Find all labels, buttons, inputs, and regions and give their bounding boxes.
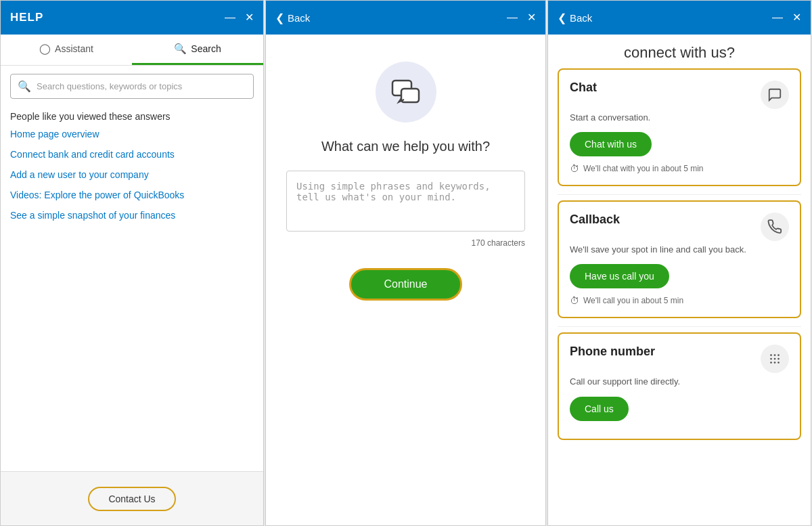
back-button[interactable]: ❮ Back — [275, 12, 310, 24]
chat-with-us-button[interactable]: Chat with us — [570, 132, 652, 156]
connect-panel: ❮ Back — ✕ connect with us? Chat Start a… — [547, 0, 811, 526]
form-close-icon[interactable]: ✕ — [527, 12, 536, 23]
have-us-call-you-button[interactable]: Have us call you — [570, 264, 669, 288]
svg-point-3 — [774, 355, 776, 357]
svg-point-10 — [777, 362, 780, 364]
search-icon: 🔍 — [18, 80, 31, 93]
connect-title: connect with us? — [548, 35, 811, 68]
connect-header-actions: — ✕ — [772, 12, 801, 23]
link-item-1[interactable]: Home page overview — [10, 129, 254, 139]
link-item-5[interactable]: See a simple snapshot of your finances — [10, 210, 254, 221]
callback-option-desc: We'll save your spot in line and call yo… — [570, 244, 789, 256]
call-us-button[interactable]: Call us — [570, 397, 629, 421]
connect-minimize-icon[interactable]: — — [772, 12, 783, 23]
contact-options: Chat Start a conversation. Chat with us … — [548, 68, 811, 525]
link-item-4[interactable]: Videos: Explore the power of QuickBooks — [10, 190, 254, 200]
connect-back-label: Back — [570, 12, 592, 24]
textarea-wrapper — [286, 171, 525, 234]
connect-back-arrow-icon: ❮ — [558, 12, 566, 24]
tab-assistant[interactable]: ◯ Assistant — [1, 35, 132, 65]
help-question-text: What can we help you with? — [321, 139, 490, 154]
help-panel-title: HELP — [10, 11, 43, 24]
minimize-icon[interactable]: — — [225, 12, 235, 23]
chat-option-header: Chat — [570, 81, 789, 109]
svg-point-9 — [774, 362, 776, 364]
chat-illustration — [376, 62, 436, 123]
search-input[interactable] — [37, 81, 246, 91]
help-form-panel: ❮ Back — ✕ What can we help you with? 17… — [265, 0, 546, 526]
help-tabs: ◯ Assistant 🔍 Search — [1, 35, 263, 66]
contact-us-button[interactable]: Contact Us — [88, 487, 175, 511]
form-panel-body: What can we help you with? 170 character… — [266, 35, 545, 525]
connect-back-button[interactable]: ❮ Back — [558, 12, 592, 24]
divider-2 — [558, 326, 801, 327]
search-box: 🔍 — [10, 74, 254, 99]
divider-1 — [558, 194, 801, 195]
callback-wait-time: ⏱ We'll call you in about 5 min — [570, 295, 789, 306]
continue-button[interactable]: Continue — [349, 268, 461, 301]
callback-option-icon — [761, 213, 789, 241]
svg-point-2 — [770, 355, 772, 357]
chat-option-desc: Start a conversation. — [570, 112, 789, 124]
section-title: People like you viewed these answers — [1, 107, 263, 129]
link-list: Home page overview Connect bank and cred… — [1, 129, 263, 471]
help-panel: HELP — ✕ ◯ Assistant 🔍 Search 🔍 People l… — [0, 0, 264, 526]
help-textarea[interactable] — [286, 171, 525, 232]
svg-point-4 — [777, 355, 780, 357]
connect-panel-header: ❮ Back — ✕ — [548, 1, 811, 35]
phone-option-title: Phone number — [570, 345, 655, 359]
back-label: Back — [288, 12, 310, 24]
chat-svg-icon — [389, 75, 423, 109]
phone-option-icon — [761, 345, 789, 373]
search-tab-icon: 🔍 — [174, 43, 187, 55]
svg-point-5 — [770, 358, 772, 360]
chat-option-icon — [761, 81, 789, 109]
help-header-actions: — ✕ — [225, 12, 254, 23]
tab-assistant-label: Assistant — [55, 43, 93, 54]
svg-point-8 — [770, 362, 772, 364]
svg-point-6 — [774, 358, 776, 360]
callback-option-title: Callback — [570, 213, 620, 227]
close-icon[interactable]: ✕ — [245, 12, 254, 23]
chat-option: Chat Start a conversation. Chat with us … — [558, 68, 801, 186]
char-count: 170 characters — [286, 238, 525, 248]
link-item-3[interactable]: Add a new user to your company — [10, 169, 254, 180]
callback-option-header: Callback — [570, 213, 789, 241]
help-panel-header: HELP — ✕ — [1, 1, 263, 35]
callback-clock-icon: ⏱ — [570, 295, 579, 306]
assistant-icon: ◯ — [39, 43, 51, 55]
panel-footer: Contact Us — [1, 471, 263, 525]
phone-option-header: Phone number — [570, 345, 789, 373]
form-minimize-icon[interactable]: — — [507, 12, 518, 23]
phone-option: Phone number Call our support line direc… — [558, 332, 801, 439]
search-container: 🔍 — [1, 66, 263, 107]
link-item-2[interactable]: Connect bank and credit card accounts — [10, 149, 254, 160]
callback-option: Callback We'll save your spot in line an… — [558, 200, 801, 318]
chat-wait-time: ⏱ We'll chat with you in about 5 min — [570, 163, 789, 174]
form-panel-header: ❮ Back — ✕ — [266, 1, 545, 35]
back-arrow-icon: ❮ — [275, 12, 284, 24]
form-header-actions: — ✕ — [507, 12, 536, 23]
chat-clock-icon: ⏱ — [570, 163, 579, 174]
svg-point-7 — [777, 358, 780, 360]
connect-close-icon[interactable]: ✕ — [792, 12, 801, 23]
tab-search[interactable]: 🔍 Search — [132, 35, 263, 65]
phone-option-desc: Call our support line directly. — [570, 376, 789, 388]
tab-search-label: Search — [191, 43, 221, 54]
chat-option-title: Chat — [570, 81, 597, 95]
